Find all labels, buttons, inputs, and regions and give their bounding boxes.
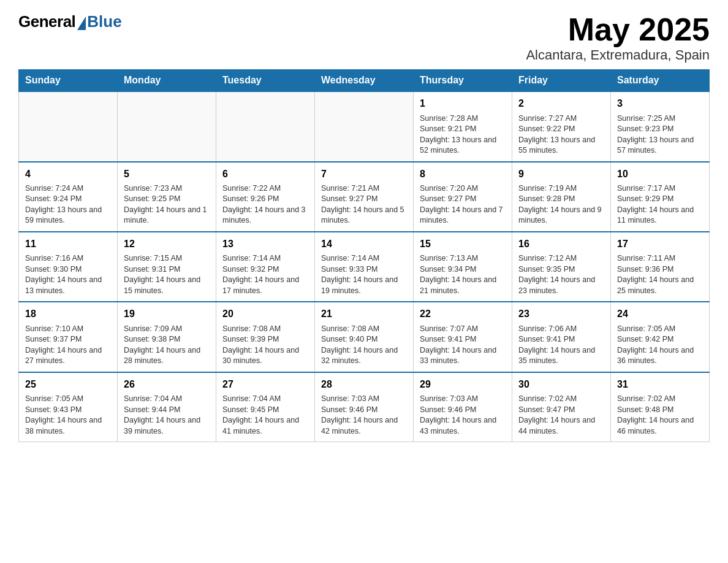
calendar-day-cell: 3Sunrise: 7:25 AM Sunset: 9:23 PM Daylig… (611, 91, 710, 161)
day-info: Sunrise: 7:02 AM Sunset: 9:48 PM Dayligh… (617, 394, 703, 437)
day-info: Sunrise: 7:02 AM Sunset: 9:47 PM Dayligh… (518, 394, 604, 437)
day-info: Sunrise: 7:22 AM Sunset: 9:26 PM Dayligh… (222, 183, 308, 226)
day-number: 9 (518, 167, 604, 181)
calendar-day-cell: 31Sunrise: 7:02 AM Sunset: 9:48 PM Dayli… (611, 372, 710, 442)
weekday-header-sunday: Sunday (19, 70, 118, 92)
calendar-day-cell: 21Sunrise: 7:08 AM Sunset: 9:40 PM Dayli… (315, 302, 414, 372)
weekday-header-friday: Friday (512, 70, 611, 92)
month-year-title: May 2025 (526, 12, 710, 47)
calendar-day-cell: 25Sunrise: 7:05 AM Sunset: 9:43 PM Dayli… (19, 372, 118, 442)
calendar-header: SundayMondayTuesdayWednesdayThursdayFrid… (19, 70, 710, 92)
day-info: Sunrise: 7:08 AM Sunset: 9:40 PM Dayligh… (321, 324, 407, 367)
day-info: Sunrise: 7:24 AM Sunset: 9:24 PM Dayligh… (25, 183, 111, 226)
day-info: Sunrise: 7:21 AM Sunset: 9:27 PM Dayligh… (321, 183, 407, 226)
day-info: Sunrise: 7:11 AM Sunset: 9:36 PM Dayligh… (617, 253, 703, 296)
weekday-header-saturday: Saturday (611, 70, 710, 92)
day-number: 1 (420, 97, 506, 110)
calendar-day-cell: 19Sunrise: 7:09 AM Sunset: 9:38 PM Dayli… (118, 302, 216, 372)
day-info: Sunrise: 7:14 AM Sunset: 9:32 PM Dayligh… (222, 253, 308, 296)
calendar-day-cell: 1Sunrise: 7:28 AM Sunset: 9:21 PM Daylig… (414, 91, 512, 161)
logo-blue-text: Blue (87, 12, 121, 31)
calendar-week-row: 18Sunrise: 7:10 AM Sunset: 9:37 PM Dayli… (19, 302, 710, 372)
day-number: 25 (25, 378, 111, 391)
calendar-day-cell: 6Sunrise: 7:22 AM Sunset: 9:26 PM Daylig… (216, 162, 315, 232)
weekday-header-tuesday: Tuesday (216, 70, 315, 92)
day-number: 30 (518, 378, 604, 391)
day-number: 19 (124, 307, 210, 321)
weekday-header-row: SundayMondayTuesdayWednesdayThursdayFrid… (19, 70, 710, 92)
day-number: 22 (420, 307, 506, 321)
day-number: 16 (518, 237, 604, 251)
day-number: 6 (222, 167, 308, 181)
calendar-day-cell (216, 91, 315, 161)
calendar-day-cell (118, 91, 216, 161)
weekday-header-wednesday: Wednesday (315, 70, 414, 92)
day-number: 15 (420, 237, 506, 251)
calendar-day-cell: 15Sunrise: 7:13 AM Sunset: 9:34 PM Dayli… (414, 232, 512, 302)
day-info: Sunrise: 7:04 AM Sunset: 9:45 PM Dayligh… (222, 394, 308, 437)
calendar-week-row: 4Sunrise: 7:24 AM Sunset: 9:24 PM Daylig… (19, 162, 710, 232)
page-header: General Blue May 2025 Alcantara, Extrema… (18, 12, 710, 63)
day-info: Sunrise: 7:03 AM Sunset: 9:46 PM Dayligh… (420, 394, 506, 437)
day-number: 27 (222, 378, 308, 391)
day-info: Sunrise: 7:19 AM Sunset: 9:28 PM Dayligh… (518, 183, 604, 226)
calendar-day-cell: 12Sunrise: 7:15 AM Sunset: 9:31 PM Dayli… (118, 232, 216, 302)
day-info: Sunrise: 7:04 AM Sunset: 9:44 PM Dayligh… (124, 394, 210, 437)
day-number: 10 (617, 167, 703, 181)
calendar-day-cell: 20Sunrise: 7:08 AM Sunset: 9:39 PM Dayli… (216, 302, 315, 372)
day-number: 26 (124, 378, 210, 391)
calendar-week-row: 1Sunrise: 7:28 AM Sunset: 9:21 PM Daylig… (19, 91, 710, 161)
day-number: 24 (617, 307, 703, 321)
day-info: Sunrise: 7:27 AM Sunset: 9:22 PM Dayligh… (518, 113, 604, 156)
calendar-day-cell: 27Sunrise: 7:04 AM Sunset: 9:45 PM Dayli… (216, 372, 315, 442)
calendar-day-cell: 18Sunrise: 7:10 AM Sunset: 9:37 PM Dayli… (19, 302, 118, 372)
day-number: 31 (617, 378, 703, 391)
day-info: Sunrise: 7:12 AM Sunset: 9:35 PM Dayligh… (518, 253, 604, 296)
day-number: 12 (124, 237, 210, 251)
day-number: 11 (25, 237, 111, 251)
day-info: Sunrise: 7:08 AM Sunset: 9:39 PM Dayligh… (222, 324, 308, 367)
day-info: Sunrise: 7:15 AM Sunset: 9:31 PM Dayligh… (124, 253, 210, 296)
day-info: Sunrise: 7:13 AM Sunset: 9:34 PM Dayligh… (420, 253, 506, 296)
day-number: 29 (420, 378, 506, 391)
title-section: May 2025 Alcantara, Extremadura, Spain (526, 12, 710, 63)
day-number: 5 (124, 167, 210, 181)
calendar-day-cell: 22Sunrise: 7:07 AM Sunset: 9:41 PM Dayli… (414, 302, 512, 372)
day-number: 4 (25, 167, 111, 181)
calendar-day-cell: 13Sunrise: 7:14 AM Sunset: 9:32 PM Dayli… (216, 232, 315, 302)
day-number: 21 (321, 307, 407, 321)
day-info: Sunrise: 7:23 AM Sunset: 9:25 PM Dayligh… (124, 183, 210, 226)
calendar-day-cell: 2Sunrise: 7:27 AM Sunset: 9:22 PM Daylig… (512, 91, 611, 161)
calendar-day-cell: 23Sunrise: 7:06 AM Sunset: 9:41 PM Dayli… (512, 302, 611, 372)
day-number: 28 (321, 378, 407, 391)
logo-general-text: General (18, 12, 75, 31)
day-info: Sunrise: 7:05 AM Sunset: 9:43 PM Dayligh… (25, 394, 111, 437)
day-number: 17 (617, 237, 703, 251)
calendar-day-cell: 5Sunrise: 7:23 AM Sunset: 9:25 PM Daylig… (118, 162, 216, 232)
day-number: 18 (25, 307, 111, 321)
day-info: Sunrise: 7:07 AM Sunset: 9:41 PM Dayligh… (420, 324, 506, 367)
day-info: Sunrise: 7:20 AM Sunset: 9:27 PM Dayligh… (420, 183, 506, 226)
calendar-day-cell: 26Sunrise: 7:04 AM Sunset: 9:44 PM Dayli… (118, 372, 216, 442)
day-info: Sunrise: 7:17 AM Sunset: 9:29 PM Dayligh… (617, 183, 703, 226)
logo-triangle-icon (77, 17, 86, 30)
calendar-week-row: 25Sunrise: 7:05 AM Sunset: 9:43 PM Dayli… (19, 372, 710, 442)
calendar-week-row: 11Sunrise: 7:16 AM Sunset: 9:30 PM Dayli… (19, 232, 710, 302)
calendar-body: 1Sunrise: 7:28 AM Sunset: 9:21 PM Daylig… (19, 91, 710, 442)
calendar-day-cell: 30Sunrise: 7:02 AM Sunset: 9:47 PM Dayli… (512, 372, 611, 442)
calendar-day-cell: 28Sunrise: 7:03 AM Sunset: 9:46 PM Dayli… (315, 372, 414, 442)
logo: General Blue (18, 12, 122, 31)
calendar-day-cell: 17Sunrise: 7:11 AM Sunset: 9:36 PM Dayli… (611, 232, 710, 302)
day-info: Sunrise: 7:25 AM Sunset: 9:23 PM Dayligh… (617, 113, 703, 156)
day-info: Sunrise: 7:10 AM Sunset: 9:37 PM Dayligh… (25, 324, 111, 367)
weekday-header-monday: Monday (118, 70, 216, 92)
day-info: Sunrise: 7:05 AM Sunset: 9:42 PM Dayligh… (617, 324, 703, 367)
calendar-day-cell: 4Sunrise: 7:24 AM Sunset: 9:24 PM Daylig… (19, 162, 118, 232)
calendar-table: SundayMondayTuesdayWednesdayThursdayFrid… (18, 69, 710, 442)
calendar-day-cell: 14Sunrise: 7:14 AM Sunset: 9:33 PM Dayli… (315, 232, 414, 302)
location-title: Alcantara, Extremadura, Spain (526, 47, 710, 63)
calendar-day-cell: 24Sunrise: 7:05 AM Sunset: 9:42 PM Dayli… (611, 302, 710, 372)
calendar-day-cell: 29Sunrise: 7:03 AM Sunset: 9:46 PM Dayli… (414, 372, 512, 442)
day-number: 8 (420, 167, 506, 181)
day-number: 23 (518, 307, 604, 321)
